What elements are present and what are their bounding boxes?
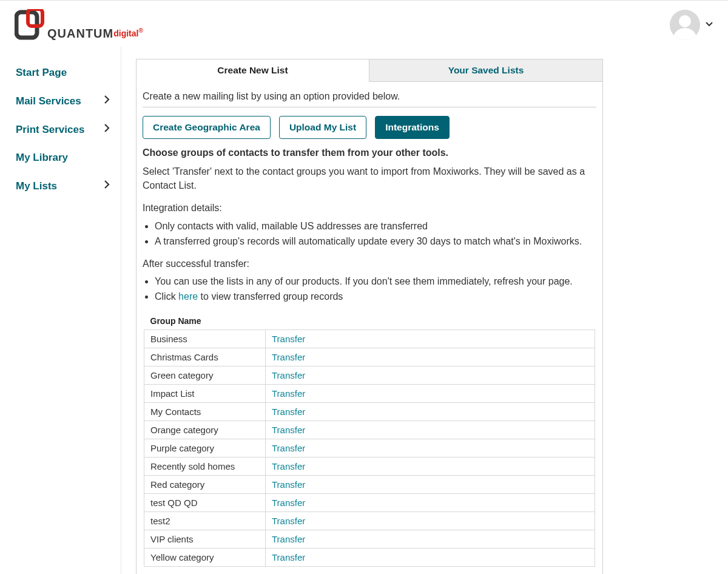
- table-row: My ContactsTransfer: [144, 402, 595, 420]
- group-name-cell: Orange category: [144, 420, 266, 439]
- table-row: BusinessTransfer: [144, 329, 595, 348]
- transfer-cell: Transfer: [266, 512, 595, 530]
- transfer-cell: Transfer: [266, 366, 595, 384]
- transfer-cell: Transfer: [266, 420, 595, 439]
- transfer-link[interactable]: Transfer: [272, 407, 305, 417]
- group-name-cell: test QD QD: [144, 493, 266, 512]
- table-row: Purple categoryTransfer: [144, 439, 595, 457]
- group-name-cell: VIP clients: [144, 530, 266, 548]
- table-row: VIP clientsTransfer: [144, 530, 595, 548]
- create-list-panel: Create a new mailing list by using an op…: [136, 81, 603, 574]
- transfer-cell: Transfer: [266, 475, 595, 493]
- group-name-cell: My Contacts: [144, 402, 266, 420]
- sidebar-nav: Start PageMail ServicesPrint ServicesMy …: [0, 47, 121, 574]
- group-name-cell: Business: [144, 329, 266, 348]
- subtab-upload-my-list[interactable]: Upload My List: [279, 116, 366, 139]
- transfer-link[interactable]: Transfer: [272, 552, 305, 562]
- view-transferred-link[interactable]: here: [178, 291, 198, 302]
- transfer-cell: Transfer: [266, 439, 595, 457]
- avatar: [670, 10, 700, 40]
- account-menu[interactable]: [670, 10, 713, 40]
- tab-your-saved-lists[interactable]: Your Saved Lists: [369, 59, 603, 82]
- panel-intro: Create a new mailing list by using an op…: [143, 91, 596, 107]
- transfer-cell: Transfer: [266, 329, 595, 348]
- brand-name: QUANTUM: [47, 27, 113, 41]
- group-name-cell: Red category: [144, 475, 266, 493]
- main-content: Create New List Your Saved Lists Create …: [121, 47, 728, 574]
- table-row: test QD QDTransfer: [144, 493, 595, 512]
- brand-logo[interactable]: QUANTUM digital ®: [15, 9, 143, 41]
- transfer-link[interactable]: Transfer: [272, 534, 305, 544]
- group-name-cell: Yellow category: [144, 548, 266, 566]
- integrations-desc: Select 'Transfer' next to the contact gr…: [143, 164, 596, 192]
- groups-table: Group Name BusinessTransferChristmas Car…: [144, 312, 595, 567]
- transfer-cell: Transfer: [266, 493, 595, 512]
- chevron-right-icon: [104, 180, 110, 192]
- top-tabs: Create New List Your Saved Lists: [136, 59, 603, 82]
- table-row: Christmas CardsTransfer: [144, 348, 595, 366]
- sidebar-item-label: Mail Services: [16, 95, 81, 107]
- sidebar-item-label: Start Page: [16, 67, 67, 79]
- table-header-group-name: Group Name: [144, 312, 595, 330]
- logo-mark-icon: [15, 9, 45, 41]
- group-name-cell: Impact List: [144, 384, 266, 402]
- sidebar-item-mail-services[interactable]: Mail Services: [0, 87, 121, 115]
- transfer-link[interactable]: Transfer: [272, 370, 305, 380]
- table-row: Recently sold homesTransfer: [144, 457, 595, 475]
- transfer-link[interactable]: Transfer: [272, 498, 305, 508]
- transfer-link[interactable]: Transfer: [272, 334, 305, 344]
- transfer-cell: Transfer: [266, 548, 595, 566]
- table-row: Green categoryTransfer: [144, 366, 595, 384]
- table-row: Red categoryTransfer: [144, 475, 595, 493]
- transfer-cell: Transfer: [266, 457, 595, 475]
- text: Click: [155, 291, 178, 302]
- group-name-cell: Christmas Cards: [144, 348, 266, 366]
- list-mode-tabs: Create Geographic Area Upload My List In…: [143, 116, 596, 139]
- sidebar-item-label: My Lists: [16, 180, 57, 192]
- transfer-cell: Transfer: [266, 384, 595, 402]
- after-transfer-label: After successful transfer:: [143, 257, 596, 271]
- transfer-link[interactable]: Transfer: [272, 461, 305, 471]
- subtab-integrations[interactable]: Integrations: [375, 116, 450, 139]
- sidebar-item-label: My Library: [16, 152, 68, 164]
- chevron-right-icon: [104, 123, 110, 136]
- integrations-heading: Choose groups of contacts to transfer th…: [143, 147, 596, 158]
- table-row: Orange categoryTransfer: [144, 420, 595, 439]
- text: to view transferred group records: [198, 291, 343, 302]
- transfer-cell: Transfer: [266, 530, 595, 548]
- sidebar-item-start-page[interactable]: Start Page: [0, 59, 121, 87]
- list-item: Click here to view transferred group rec…: [155, 289, 596, 303]
- group-name-cell: test2: [144, 512, 266, 530]
- chevron-right-icon: [104, 95, 110, 107]
- subtab-create-geographic-area[interactable]: Create Geographic Area: [143, 116, 271, 139]
- transfer-cell: Transfer: [266, 402, 595, 420]
- transfer-link[interactable]: Transfer: [272, 443, 305, 453]
- list-item: A transferred group's records will autom…: [155, 234, 596, 248]
- list-item: Only contacts with valid, mailable US ad…: [155, 219, 596, 233]
- integration-details-list: Only contacts with valid, mailable US ad…: [143, 219, 596, 248]
- transfer-link[interactable]: Transfer: [272, 352, 305, 362]
- tab-create-new-list[interactable]: Create New List: [136, 59, 369, 82]
- chevron-down-icon: [705, 20, 713, 30]
- list-item: You can use the lists in any of our prod…: [155, 274, 596, 288]
- transfer-link[interactable]: Transfer: [272, 388, 305, 399]
- sidebar-item-print-services[interactable]: Print Services: [0, 115, 121, 144]
- table-row: Yellow categoryTransfer: [144, 548, 595, 566]
- brand-suffix: digital: [113, 29, 138, 38]
- sidebar-item-my-library[interactable]: My Library: [0, 144, 121, 172]
- table-row: test2Transfer: [144, 512, 595, 530]
- sidebar-item-label: Print Services: [16, 124, 84, 136]
- group-name-cell: Green category: [144, 366, 266, 384]
- transfer-link[interactable]: Transfer: [272, 479, 305, 490]
- group-name-cell: Recently sold homes: [144, 457, 266, 475]
- integration-details-label: Integration details:: [143, 201, 596, 215]
- after-transfer-list: You can use the lists in any of our prod…: [143, 274, 596, 303]
- sidebar-item-my-lists[interactable]: My Lists: [0, 172, 121, 200]
- group-name-cell: Purple category: [144, 439, 266, 457]
- brand-reg: ®: [138, 27, 143, 34]
- transfer-cell: Transfer: [266, 348, 595, 366]
- top-header: QUANTUM digital ®: [0, 1, 728, 47]
- transfer-link[interactable]: Transfer: [272, 425, 305, 435]
- table-row: Impact ListTransfer: [144, 384, 595, 402]
- transfer-link[interactable]: Transfer: [272, 516, 305, 526]
